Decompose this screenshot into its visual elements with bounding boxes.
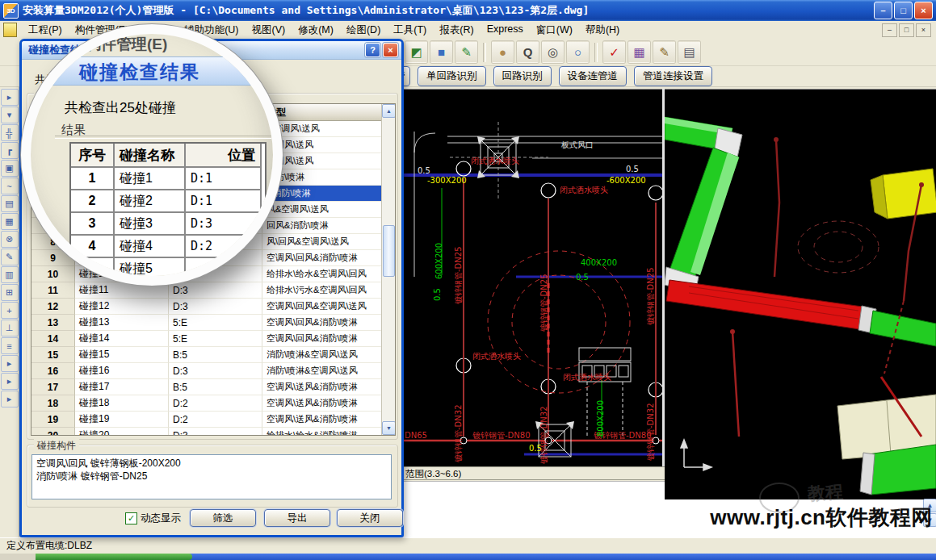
mdi-close-button[interactable]: × [916,23,931,37]
table-row[interactable]: 16碰撞16D:3消防\喷淋&空调风\送风 [31,363,395,379]
scrollbar-thumb[interactable] [383,225,395,277]
cell: 空调风\送风&消防\喷淋 [262,379,382,395]
zoom-icon[interactable]: Q [517,41,539,63]
table-row[interactable]: 14碰撞145:E空调风\回风&消防\喷淋 [31,331,395,347]
cell: 5:E [169,331,262,347]
cell: 空调风\回风&空调风\送风 [262,299,382,315]
toolbar-button-0[interactable]: 单回路识别 [418,66,486,86]
table-row[interactable]: 17碰撞17B:5空调风\送风&消防\喷淋 [31,379,395,395]
mdi-minimize-button[interactable]: – [882,23,897,37]
filter-button[interactable]: 筛选 [190,509,256,527]
menu-item-7[interactable]: 工具(T) [387,22,433,39]
column-header-3[interactable]: 类型 [262,104,382,121]
magnified-dialog-title: 碰撞检查结果 [79,60,200,85]
flyout-c-icon[interactable]: ▸ [1,391,19,407]
flyout-top-icon[interactable]: ▸ [1,89,19,106]
minimize-button[interactable]: – [874,2,892,19]
cad-label-2: -300X200 [427,177,467,185]
print-icon[interactable]: ▤ [678,41,700,63]
table-row[interactable]: 15碰撞15B:5消防\喷淋&空调风\送风 [31,347,395,363]
cell: 20 [31,428,75,436]
zoom-window-icon[interactable]: ◎ [542,41,564,63]
zoom-extents-icon[interactable]: ○ [567,41,589,63]
table-scrollbar[interactable]: ▲ ▼ [381,104,395,435]
cad-viewport-3d[interactable] [665,89,936,499]
menu-item-5[interactable]: 修改(M) [292,22,340,39]
cell: 碰撞15 [75,347,169,363]
menu-item-6[interactable]: 绘图(D) [340,22,387,39]
pipe-elbow-icon[interactable]: ┏ [1,142,19,159]
dynamic-display-checkbox[interactable]: ✓ 动态显示 [125,512,181,525]
scrollbar-down-icon[interactable]: ▼ [382,421,396,435]
pan-hand-icon[interactable]: ● [492,41,514,63]
solid-cube-icon[interactable]: ■ [430,41,452,63]
cell: D:3 [169,282,262,299]
cad-label-3: -600X200 [607,177,646,185]
mdi-restore-button[interactable]: □ [899,23,914,37]
table-row[interactable]: 19碰撞19D:2空调风\送风&消防\喷淋 [31,412,395,428]
menu-item-0[interactable]: 工程(P) [22,22,69,39]
watermark: www.rjtj.cn软件教程网 [682,504,933,532]
grid-box-icon[interactable]: ⊞ [1,284,19,301]
table-row[interactable]: 20碰撞20D:3给排水\给水&消防\喷淋 [31,428,395,436]
cell: 给排水\给水&空调风\回风 [262,266,382,282]
dialog-help-button[interactable]: ? [365,43,380,57]
export-button[interactable]: 导出 [264,509,330,527]
toolbar-button-2[interactable]: 设备连管道 [559,66,627,86]
table-row[interactable]: 11碰撞11D:3给排水\污水&空调风\回风 [31,282,395,299]
cross-fitting-icon[interactable]: + [1,302,19,319]
cad-command-line[interactable]: 范围(3.3~6.6) [401,466,671,480]
close-button[interactable]: × [914,2,933,19]
render-leaf-icon[interactable]: ◩ [405,41,427,63]
cell: 回风&消防\喷淋 [262,218,382,234]
scrollbar-up-icon[interactable]: ▲ [382,104,396,118]
menu-item-9[interactable]: Express [481,22,530,39]
flyout-b-icon[interactable]: ▸ [1,373,19,390]
layers-icon[interactable]: ≡ [1,337,19,354]
cad-label-17: DN65 [405,432,427,440]
cell: 空调风\回风&消防\喷淋 [262,331,382,347]
coil-icon[interactable]: ▣ [1,160,19,177]
paint-brush-icon[interactable]: ✎ [455,41,477,63]
pen-tool-icon[interactable]: ✎ [1,249,19,265]
box-device-icon[interactable]: ▦ [1,213,19,230]
close-dialog-button[interactable]: 关闭 [337,509,403,527]
valve-icon[interactable]: ⊗ [1,231,19,248]
statistics-bars-icon[interactable]: ▦ [628,41,650,63]
magnified-cell: D:1 [186,168,262,190]
menu-item-8[interactable]: 报表(R) [433,22,480,39]
duct-s-icon[interactable]: ~ [1,178,19,194]
member-textbox[interactable]: 空调风\回风 镀锌薄钢板-200X200消防\喷淋 镀锌钢管-DN25 [31,454,392,499]
cad-viewport-2d-plan[interactable]: 0.50.5-300X200-600X200板式风口600X2000.5闭式洒水… [401,89,665,467]
check-collision-icon[interactable]: ✓ [603,41,625,63]
table-row[interactable]: 12碰撞12D:3空调风\回风&空调风\送风 [31,299,395,315]
cad-label-9: 闭式洒水喷头 [472,353,521,361]
toolbar-button-3[interactable]: 管道连接设置 [634,66,712,86]
cell: 碰撞13 [75,315,169,331]
menu-item-11[interactable]: 帮助(H) [579,22,626,39]
damper-icon[interactable]: ▥ [1,266,19,283]
member-line: 消防\喷淋 镀锌钢管-DN25 [36,470,387,483]
hand-edit-icon[interactable]: ✎ [653,41,675,63]
panel-device-icon[interactable]: ▤ [1,195,19,212]
cell: 空调风\回风&消防\喷淋 [262,315,382,331]
cad-label-1: 0.5 [626,165,639,173]
restore-button[interactable]: □ [894,2,913,19]
pipe-tee-icon[interactable]: ╬ [1,124,19,141]
cell: 16 [31,363,75,379]
table-row[interactable]: 13碰撞135:E空调风\回风&消防\喷淋 [31,315,395,331]
flyout-drop-icon[interactable]: ▾ [1,107,19,123]
table-row[interactable]: 18碰撞18D:2空调风\送风&消防\喷淋 [31,395,395,412]
cell: 12 [31,299,75,315]
magnified-groupbox-line [55,136,271,139]
menu-item-10[interactable]: 窗口(W) [530,22,579,39]
cell: 11 [31,282,75,299]
ground-icon[interactable]: ⊥ [1,320,19,336]
menu-item-4[interactable]: 视图(V) [246,22,292,39]
cell: 10 [31,266,75,282]
taskbar-sliver[interactable] [0,554,936,560]
flyout-a-icon[interactable]: ▸ [1,355,19,372]
start-button-sliver[interactable] [36,554,192,560]
dialog-close-button[interactable]: × [383,43,398,57]
toolbar-button-1[interactable]: 回路识别 [493,66,552,86]
